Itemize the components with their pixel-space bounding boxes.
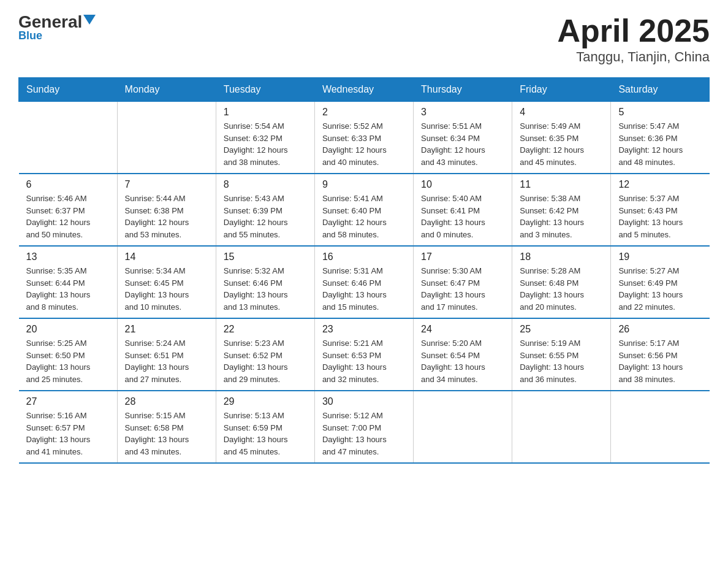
day-number: 12: [618, 179, 702, 190]
calendar-cell: 24Sunrise: 5:20 AM Sunset: 6:54 PM Dayli…: [414, 318, 512, 391]
day-number: 6: [26, 179, 110, 190]
day-number: 23: [322, 324, 406, 335]
weekday-header-saturday: Saturday: [611, 78, 710, 102]
day-number: 19: [618, 251, 702, 262]
day-info: Sunrise: 5:24 AM Sunset: 6:51 PM Dayligh…: [125, 337, 208, 385]
day-number: 3: [421, 107, 504, 118]
calendar-cell: 15Sunrise: 5:32 AM Sunset: 6:46 PM Dayli…: [216, 246, 314, 318]
day-info: Sunrise: 5:16 AM Sunset: 6:57 PM Dayligh…: [26, 410, 110, 458]
day-number: 24: [421, 324, 504, 335]
day-info: Sunrise: 5:37 AM Sunset: 6:43 PM Dayligh…: [618, 193, 702, 240]
day-number: 8: [224, 179, 307, 190]
weekday-header-row: SundayMondayTuesdayWednesdayThursdayFrid…: [19, 78, 710, 102]
day-info: Sunrise: 5:25 AM Sunset: 6:50 PM Dayligh…: [26, 337, 110, 385]
calendar-cell: 10Sunrise: 5:40 AM Sunset: 6:41 PM Dayli…: [414, 174, 512, 246]
calendar-cell: 17Sunrise: 5:30 AM Sunset: 6:47 PM Dayli…: [414, 246, 512, 318]
calendar-cell: [512, 391, 611, 463]
day-info: Sunrise: 5:19 AM Sunset: 6:55 PM Dayligh…: [520, 337, 603, 385]
day-number: 15: [224, 251, 307, 262]
day-number: 5: [618, 107, 702, 118]
day-info: Sunrise: 5:23 AM Sunset: 6:52 PM Dayligh…: [224, 337, 307, 385]
day-number: 22: [224, 324, 307, 335]
day-info: Sunrise: 5:17 AM Sunset: 6:56 PM Dayligh…: [618, 337, 702, 385]
day-info: Sunrise: 5:20 AM Sunset: 6:54 PM Dayligh…: [421, 337, 504, 385]
calendar-subtitle: Tanggu, Tianjin, China: [557, 49, 710, 65]
calendar-cell: 6Sunrise: 5:46 AM Sunset: 6:37 PM Daylig…: [19, 174, 118, 246]
logo-blue: Blue: [18, 29, 42, 42]
calendar-cell: 1Sunrise: 5:54 AM Sunset: 6:32 PM Daylig…: [216, 102, 314, 174]
day-number: 9: [322, 179, 406, 190]
day-number: 25: [520, 324, 603, 335]
calendar-cell: 4Sunrise: 5:49 AM Sunset: 6:35 PM Daylig…: [512, 102, 611, 174]
day-info: Sunrise: 5:13 AM Sunset: 6:59 PM Dayligh…: [224, 410, 307, 458]
day-number: 13: [26, 251, 110, 262]
day-info: Sunrise: 5:32 AM Sunset: 6:46 PM Dayligh…: [224, 265, 307, 313]
calendar-cell: 30Sunrise: 5:12 AM Sunset: 7:00 PM Dayli…: [314, 391, 413, 463]
calendar-cell: 26Sunrise: 5:17 AM Sunset: 6:56 PM Dayli…: [611, 318, 710, 391]
calendar-cell: 11Sunrise: 5:38 AM Sunset: 6:42 PM Dayli…: [512, 174, 611, 246]
day-info: Sunrise: 5:15 AM Sunset: 6:58 PM Dayligh…: [125, 410, 208, 458]
calendar-cell: 22Sunrise: 5:23 AM Sunset: 6:52 PM Dayli…: [216, 318, 314, 391]
calendar-cell: 21Sunrise: 5:24 AM Sunset: 6:51 PM Dayli…: [117, 318, 216, 391]
day-info: Sunrise: 5:51 AM Sunset: 6:34 PM Dayligh…: [421, 120, 504, 168]
calendar-cell: 20Sunrise: 5:25 AM Sunset: 6:50 PM Dayli…: [19, 318, 118, 391]
day-info: Sunrise: 5:34 AM Sunset: 6:45 PM Dayligh…: [125, 265, 208, 313]
day-number: 17: [421, 251, 504, 262]
day-info: Sunrise: 5:46 AM Sunset: 6:37 PM Dayligh…: [26, 193, 110, 240]
weekday-header-monday: Monday: [117, 78, 216, 102]
day-info: Sunrise: 5:49 AM Sunset: 6:35 PM Dayligh…: [520, 120, 603, 168]
day-info: Sunrise: 5:40 AM Sunset: 6:41 PM Dayligh…: [421, 193, 504, 240]
day-info: Sunrise: 5:38 AM Sunset: 6:42 PM Dayligh…: [520, 193, 603, 240]
calendar-table: SundayMondayTuesdayWednesdayThursdayFrid…: [18, 77, 710, 464]
day-number: 1: [224, 107, 307, 118]
day-number: 10: [421, 179, 504, 190]
day-number: 14: [125, 251, 208, 262]
weekday-header-tuesday: Tuesday: [216, 78, 314, 102]
day-number: 16: [322, 251, 406, 262]
day-number: 29: [224, 396, 307, 407]
week-row-4: 20Sunrise: 5:25 AM Sunset: 6:50 PM Dayli…: [19, 318, 710, 391]
day-info: Sunrise: 5:27 AM Sunset: 6:49 PM Dayligh…: [618, 265, 702, 313]
day-number: 27: [26, 396, 110, 407]
weekday-header-friday: Friday: [512, 78, 611, 102]
calendar-cell: 2Sunrise: 5:52 AM Sunset: 6:33 PM Daylig…: [314, 102, 413, 174]
day-info: Sunrise: 5:41 AM Sunset: 6:40 PM Dayligh…: [322, 193, 406, 240]
calendar-cell: 12Sunrise: 5:37 AM Sunset: 6:43 PM Dayli…: [611, 174, 710, 246]
day-info: Sunrise: 5:12 AM Sunset: 7:00 PM Dayligh…: [322, 410, 406, 458]
calendar-cell: 9Sunrise: 5:41 AM Sunset: 6:40 PM Daylig…: [314, 174, 413, 246]
calendar-cell: 27Sunrise: 5:16 AM Sunset: 6:57 PM Dayli…: [19, 391, 118, 463]
calendar-cell: 25Sunrise: 5:19 AM Sunset: 6:55 PM Dayli…: [512, 318, 611, 391]
day-info: Sunrise: 5:35 AM Sunset: 6:44 PM Dayligh…: [26, 265, 110, 313]
calendar-cell: 19Sunrise: 5:27 AM Sunset: 6:49 PM Dayli…: [611, 246, 710, 318]
calendar-cell: [19, 102, 118, 174]
day-number: 4: [520, 107, 603, 118]
weekday-header-sunday: Sunday: [19, 78, 118, 102]
calendar-cell: [117, 102, 216, 174]
calendar-cell: 23Sunrise: 5:21 AM Sunset: 6:53 PM Dayli…: [314, 318, 413, 391]
day-number: 21: [125, 324, 208, 335]
calendar-cell: 7Sunrise: 5:44 AM Sunset: 6:38 PM Daylig…: [117, 174, 216, 246]
title-block: April 2025 Tanggu, Tianjin, China: [557, 12, 710, 65]
day-info: Sunrise: 5:30 AM Sunset: 6:47 PM Dayligh…: [421, 265, 504, 313]
calendar-cell: 28Sunrise: 5:15 AM Sunset: 6:58 PM Dayli…: [117, 391, 216, 463]
week-row-3: 13Sunrise: 5:35 AM Sunset: 6:44 PM Dayli…: [19, 246, 710, 318]
calendar-cell: 3Sunrise: 5:51 AM Sunset: 6:34 PM Daylig…: [414, 102, 512, 174]
day-number: 28: [125, 396, 208, 407]
week-row-2: 6Sunrise: 5:46 AM Sunset: 6:37 PM Daylig…: [19, 174, 710, 246]
day-number: 11: [520, 179, 603, 190]
day-info: Sunrise: 5:31 AM Sunset: 6:46 PM Dayligh…: [322, 265, 406, 313]
calendar-cell: [611, 391, 710, 463]
day-info: Sunrise: 5:43 AM Sunset: 6:39 PM Dayligh…: [224, 193, 307, 240]
day-number: 2: [322, 107, 406, 118]
calendar-cell: 8Sunrise: 5:43 AM Sunset: 6:39 PM Daylig…: [216, 174, 314, 246]
logo-triangle-icon: [83, 15, 96, 25]
calendar-title: April 2025: [557, 12, 710, 49]
day-number: 18: [520, 251, 603, 262]
week-row-1: 1Sunrise: 5:54 AM Sunset: 6:32 PM Daylig…: [19, 102, 710, 174]
day-number: 7: [125, 179, 208, 190]
day-info: Sunrise: 5:47 AM Sunset: 6:36 PM Dayligh…: [618, 120, 702, 168]
day-number: 20: [26, 324, 110, 335]
day-info: Sunrise: 5:21 AM Sunset: 6:53 PM Dayligh…: [322, 337, 406, 385]
day-info: Sunrise: 5:28 AM Sunset: 6:48 PM Dayligh…: [520, 265, 603, 313]
day-info: Sunrise: 5:54 AM Sunset: 6:32 PM Dayligh…: [224, 120, 307, 168]
